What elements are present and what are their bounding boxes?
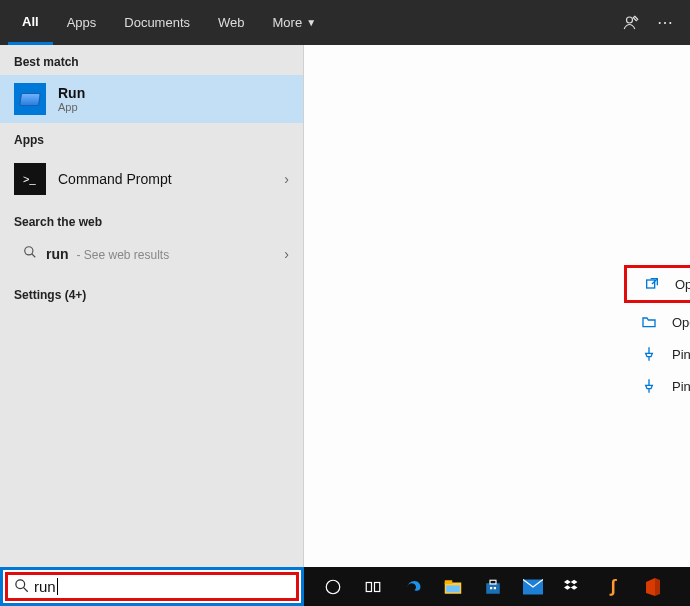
tab-more[interactable]: More▼ [259,0,331,45]
action-pin-to-start[interactable]: Pin to Start [624,338,690,370]
microsoft-store-icon[interactable] [482,576,504,598]
result-subtitle: App [58,101,85,113]
search-icon [8,578,34,596]
taskbar-search-box[interactable]: run [0,567,304,606]
open-icon [643,275,661,293]
apps-header: Apps [0,123,303,153]
svg-rect-17 [446,585,460,592]
action-label: Open file location [672,315,690,330]
taskbar: run ∫ [0,567,690,606]
web-query-text: run [46,246,69,262]
search-icon [14,245,46,262]
pin-icon [640,345,658,363]
action-label: Pin to Start [672,347,690,362]
action-label: Open [675,277,690,292]
cortana-icon[interactable] [322,576,344,598]
svg-rect-13 [366,582,371,591]
feedback-icon[interactable] [614,0,648,45]
tab-documents[interactable]: Documents [110,0,204,45]
folder-icon [640,313,658,331]
command-prompt-icon: >_ [14,163,46,195]
svg-rect-20 [490,587,492,589]
office-icon[interactable] [642,576,664,598]
svg-rect-19 [490,580,496,584]
result-title: Command Prompt [58,171,172,187]
svg-rect-14 [375,582,380,591]
annotation-box-search: run [5,572,299,601]
result-web-search[interactable]: run - See web results › [0,235,303,272]
svg-line-3 [32,254,36,258]
svg-point-10 [15,579,24,588]
chevron-right-icon: › [284,246,289,262]
run-app-icon [14,83,46,115]
action-label: Pin to taskbar [672,379,690,394]
svg-rect-18 [486,583,500,594]
svg-rect-16 [445,580,453,584]
search-input[interactable]: run [34,578,58,595]
preview-panel: Run App Open Open file location Pin t [304,45,690,567]
task-view-icon[interactable] [362,576,384,598]
tab-apps[interactable]: Apps [53,0,111,45]
result-title: Run [58,85,85,101]
search-filter-bar: All Apps Documents Web More▼ ⋯ [0,0,690,45]
svg-text:>_: >_ [23,173,36,185]
action-pin-to-taskbar[interactable]: Pin to taskbar [624,370,690,402]
svg-rect-21 [494,587,496,589]
pin-icon [640,377,658,395]
action-open[interactable]: Open [624,265,690,303]
tab-all[interactable]: All [8,0,53,45]
chevron-down-icon: ▼ [306,17,316,28]
settings-header[interactable]: Settings (4+) [0,272,303,308]
more-options-icon[interactable]: ⋯ [648,0,682,45]
file-explorer-icon[interactable] [442,576,464,598]
svg-point-12 [326,580,340,594]
tab-web[interactable]: Web [204,0,259,45]
svg-point-2 [25,247,33,255]
action-open-file-location[interactable]: Open file location [624,306,690,338]
best-match-header: Best match [0,45,303,75]
winamp-icon[interactable]: ∫ [602,576,624,598]
result-run-app[interactable]: Run App [0,75,303,123]
svg-point-0 [627,17,633,23]
chevron-right-icon: › [284,171,289,187]
dropbox-icon[interactable] [562,576,584,598]
search-web-header: Search the web [0,205,303,235]
edge-icon[interactable] [402,576,424,598]
svg-line-11 [23,587,27,591]
preview-actions: Open Open file location Pin to Start Pin… [624,265,690,402]
result-command-prompt[interactable]: >_ Command Prompt › [0,153,303,205]
mail-icon[interactable] [522,576,544,598]
results-panel: Best match Run App Apps >_ Command Promp… [0,45,304,567]
web-secondary-text: - See web results [76,248,169,262]
svg-rect-4 [647,280,655,288]
